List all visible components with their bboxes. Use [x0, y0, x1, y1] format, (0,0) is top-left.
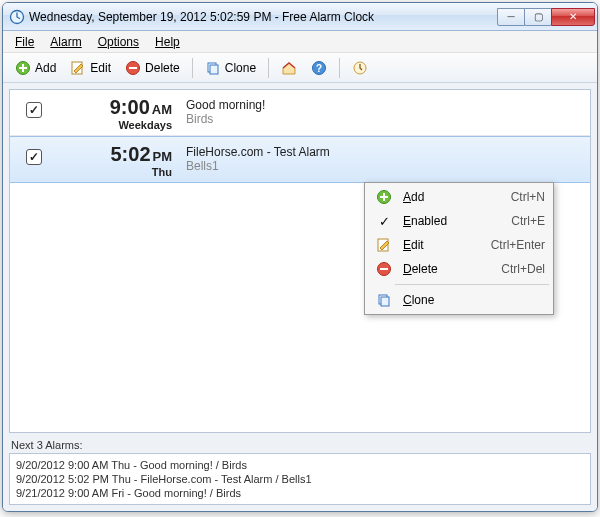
- next-alarms-label: Next 3 Alarms:: [9, 439, 591, 451]
- edit-icon: [70, 60, 86, 76]
- alarm-description: FileHorse.com - Test Alarm Bells1: [186, 143, 580, 173]
- menu-alarm[interactable]: Alarm: [42, 33, 89, 51]
- help-button[interactable]: ?: [305, 57, 333, 79]
- alarm-list[interactable]: ✓ 9:00AM Weekdays Good morning! Birds ✓ …: [9, 89, 591, 433]
- add-icon: [15, 60, 31, 76]
- menu-help[interactable]: Help: [147, 33, 188, 51]
- ctx-edit[interactable]: Edit Ctrl+Enter: [367, 233, 551, 257]
- next-alarm-line: 9/20/2012 5:02 PM Thu - FileHorse.com - …: [16, 472, 584, 486]
- svg-text:?: ?: [316, 63, 322, 74]
- menu-options[interactable]: Options: [90, 33, 147, 51]
- ctx-enabled[interactable]: ✓ Enabled Ctrl+E: [367, 209, 551, 233]
- toolbar-separator: [268, 58, 269, 78]
- content-area: ✓ 9:00AM Weekdays Good morning! Birds ✓ …: [3, 83, 597, 511]
- edit-button[interactable]: Edit: [64, 57, 117, 79]
- svg-rect-13: [380, 268, 388, 270]
- add-icon: [376, 189, 392, 205]
- alarm-description: Good morning! Birds: [186, 96, 580, 126]
- menubar: File Alarm Options Help: [3, 31, 597, 53]
- ctx-clone[interactable]: Clone: [367, 288, 551, 312]
- alarm-time: 9:00AM Weekdays: [62, 96, 172, 131]
- edit-label: Edit: [90, 61, 111, 75]
- next-alarm-line: 9/21/2012 9:00 AM Fri - Good morning! / …: [16, 486, 584, 500]
- clock-icon: [352, 60, 368, 76]
- toolbar: Add Edit Delete Clone ?: [3, 53, 597, 83]
- minimize-button[interactable]: ─: [497, 8, 525, 26]
- svg-rect-15: [381, 297, 389, 306]
- delete-icon: [125, 60, 141, 76]
- alarm-row[interactable]: ✓ 9:00AM Weekdays Good morning! Birds: [10, 90, 590, 136]
- svg-rect-6: [210, 65, 218, 74]
- clone-label: Clone: [225, 61, 256, 75]
- home-icon: [281, 60, 297, 76]
- clone-icon: [376, 292, 392, 308]
- next-alarm-line: 9/20/2012 9:00 AM Thu - Good morning! / …: [16, 458, 584, 472]
- menu-file[interactable]: File: [7, 33, 42, 51]
- clone-icon: [205, 60, 221, 76]
- window-title: Wednesday, September 19, 2012 5:02:59 PM…: [29, 10, 498, 24]
- toolbar-separator: [339, 58, 340, 78]
- alarm-time: 5:02PM Thu: [62, 143, 172, 178]
- context-menu: Add Ctrl+N ✓ Enabled Ctrl+E Edit Ctrl+En…: [364, 182, 554, 315]
- ctx-add[interactable]: Add Ctrl+N: [367, 185, 551, 209]
- delete-button[interactable]: Delete: [119, 57, 186, 79]
- alarm-enabled-checkbox[interactable]: ✓: [26, 149, 42, 165]
- svg-rect-4: [129, 67, 137, 69]
- add-label: Add: [35, 61, 56, 75]
- add-button[interactable]: Add: [9, 57, 62, 79]
- titlebar[interactable]: Wednesday, September 19, 2012 5:02:59 PM…: [3, 3, 597, 31]
- toolbar-separator: [192, 58, 193, 78]
- delete-label: Delete: [145, 61, 180, 75]
- delete-icon: [376, 261, 392, 277]
- ctx-delete[interactable]: Delete Ctrl+Del: [367, 257, 551, 281]
- ctx-separator: [395, 284, 549, 285]
- clone-button[interactable]: Clone: [199, 57, 262, 79]
- maximize-button[interactable]: ▢: [524, 8, 552, 26]
- footer: Next 3 Alarms: 9/20/2012 9:00 AM Thu - G…: [9, 439, 591, 505]
- clock-button[interactable]: [346, 57, 374, 79]
- app-window: Wednesday, September 19, 2012 5:02:59 PM…: [2, 2, 598, 512]
- alarm-enabled-checkbox[interactable]: ✓: [26, 102, 42, 118]
- next-alarms-list: 9/20/2012 9:00 AM Thu - Good morning! / …: [9, 453, 591, 505]
- home-button[interactable]: [275, 57, 303, 79]
- window-controls: ─ ▢ ✕: [498, 8, 595, 26]
- alarm-row[interactable]: ✓ 5:02PM Thu FileHorse.com - Test Alarm …: [10, 136, 590, 183]
- edit-icon: [376, 237, 392, 253]
- clock-app-icon: [9, 9, 25, 25]
- help-icon: ?: [311, 60, 327, 76]
- check-icon: ✓: [379, 214, 390, 229]
- close-button[interactable]: ✕: [551, 8, 595, 26]
